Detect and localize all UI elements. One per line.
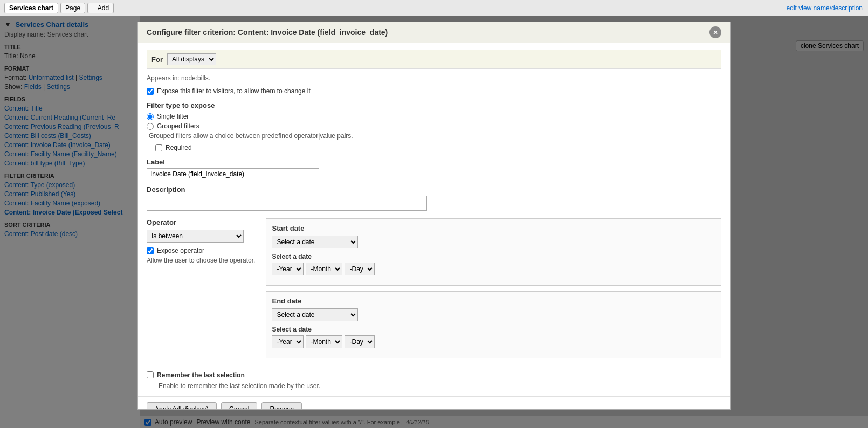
start-month-select[interactable]: -Month: [306, 263, 342, 275]
remember-desc: Enable to remember the last selection ma…: [159, 382, 721, 390]
start-date-box: Start date Select a date Select a date -…: [266, 218, 721, 286]
modal-overlay: Configure filter criterion: Content: Inv…: [0, 16, 868, 428]
cancel-button[interactable]: Cancel: [221, 402, 257, 410]
grouped-desc: Grouped filters allow a choice between p…: [149, 132, 721, 140]
expose-checkbox[interactable]: [147, 88, 154, 95]
required-label: Required: [166, 144, 192, 151]
main-layout: ▼ Services Chart details Display name: S…: [0, 16, 868, 428]
description-field-title: Description: [147, 185, 721, 194]
single-filter-label: Single filter: [157, 113, 189, 120]
appears-in: Appears in: node:bills.: [147, 74, 721, 82]
label-field-title: Label: [147, 158, 721, 166]
remove-button[interactable]: Remove: [261, 402, 302, 410]
for-select[interactable]: All displays: [167, 53, 216, 65]
grouped-filter-radio[interactable]: [147, 123, 154, 130]
modal-body: For All displays Appears in: node:bills.…: [138, 43, 730, 396]
operator-select[interactable]: Is between: [147, 230, 244, 243]
grouped-filter-row: Grouped filters: [147, 122, 721, 130]
page-tab[interactable]: Page: [60, 3, 85, 13]
end-date-parts-row: -Year -Month -Day: [272, 335, 715, 348]
start-day-select[interactable]: -Day: [345, 263, 375, 275]
description-section: Description: [147, 185, 721, 211]
edit-view-link[interactable]: edit view name/description: [787, 4, 863, 12]
start-date-select[interactable]: Select a date: [272, 236, 358, 248]
remember-checkbox[interactable]: [147, 371, 154, 378]
end-inner-label: Select a date: [272, 326, 715, 333]
end-date-select-row: Select a date: [272, 308, 715, 321]
end-day-select[interactable]: -Day: [345, 335, 375, 348]
single-filter-radio[interactable]: [147, 113, 154, 120]
end-date-box: End date Select a date Select a date -Ye…: [266, 291, 721, 358]
end-month-select[interactable]: -Month: [306, 335, 342, 348]
label-section: Label: [147, 158, 721, 180]
remember-label: Remember the last selection: [157, 371, 245, 379]
modal-dialog: Configure filter criterion: Content: Inv…: [137, 22, 731, 410]
allow-user-text: Allow the user to choose the operator.: [147, 257, 255, 264]
services-chart-tab[interactable]: Services chart: [4, 3, 58, 13]
expose-row: Expose this filter to visitors, to allow…: [147, 87, 721, 95]
start-inner-label: Select a date: [272, 253, 715, 260]
start-date-title: Start date: [272, 224, 715, 232]
expose-operator-checkbox[interactable]: [147, 247, 154, 254]
required-checkbox[interactable]: [155, 144, 162, 151]
start-date-parts-row: -Year -Month -Day: [272, 263, 715, 275]
expose-text: Expose this filter to visitors, to allow…: [157, 87, 311, 95]
top-bar: Services chart Page + Add edit view name…: [0, 0, 868, 16]
operator-label: Operator: [147, 218, 255, 226]
date-boxes: Start date Select a date Select a date -…: [266, 218, 721, 364]
expose-operator-text: Expose operator: [157, 247, 204, 254]
modal-close-button[interactable]: ×: [709, 26, 721, 38]
filter-type-section: Filter type to expose Single filter Grou…: [147, 101, 721, 151]
operator-section: Operator Is between Expose operator Allo…: [147, 218, 255, 364]
start-date-select-row: Select a date: [272, 236, 715, 248]
end-date-title: End date: [272, 297, 715, 305]
filter-type-title: Filter type to expose: [147, 101, 721, 109]
label-input[interactable]: [147, 168, 319, 180]
for-row: For All displays: [147, 50, 721, 69]
expose-operator-row: Expose operator: [147, 247, 255, 254]
single-filter-row: Single filter: [147, 113, 721, 120]
modal-title: Configure filter criterion: Content: Inv…: [147, 28, 388, 37]
end-date-select[interactable]: Select a date: [272, 308, 358, 321]
description-input[interactable]: [147, 196, 427, 211]
operator-date-row: Operator Is between Expose operator Allo…: [147, 218, 721, 364]
for-label: For: [151, 56, 163, 64]
end-year-select[interactable]: -Year: [272, 335, 304, 348]
modal-footer: Apply (all displays) Cancel Remove: [138, 396, 730, 410]
modal-header: Configure filter criterion: Content: Inv…: [138, 22, 730, 43]
remember-row: Remember the last selection: [147, 371, 721, 379]
required-row: Required: [155, 144, 721, 151]
start-year-select[interactable]: -Year: [272, 263, 304, 275]
apply-button[interactable]: Apply (all displays): [147, 402, 217, 410]
add-button[interactable]: + Add: [87, 3, 114, 13]
grouped-filter-label: Grouped filters: [157, 122, 199, 130]
